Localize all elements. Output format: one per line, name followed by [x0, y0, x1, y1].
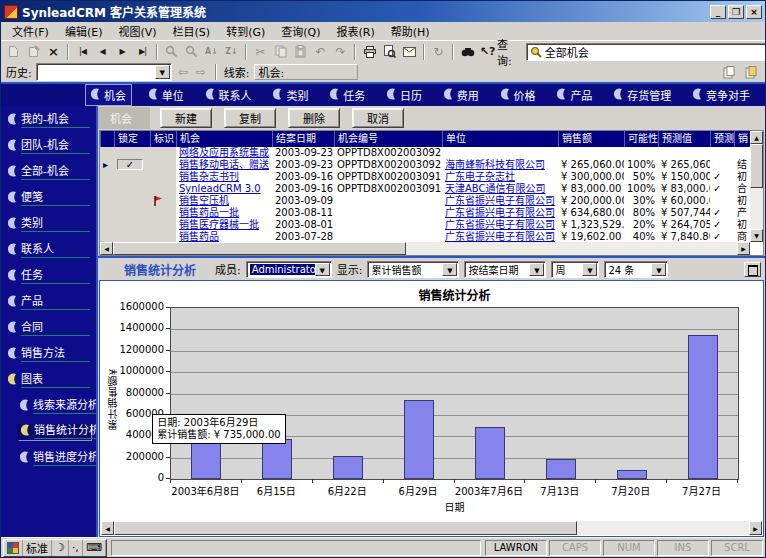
grid-link[interactable]: SynleadCRM 3.0: [179, 183, 261, 194]
grid-link[interactable]: 广东电子杂志社: [445, 171, 515, 182]
print-preview-icon[interactable]: [380, 43, 399, 61]
scroll-down-icon[interactable]: ▼: [750, 229, 763, 242]
grid-link[interactable]: 海南蜂新科技有限公司: [445, 159, 545, 170]
table-row[interactable]: 销售药品一批2003-08-11广东省振兴电子有限公司¥ 634,680.008…: [100, 207, 750, 219]
scroll-right-icon[interactable]: ▶: [737, 242, 750, 255]
prev-record-icon[interactable]: ◀: [93, 43, 112, 61]
grid-link[interactable]: 天津ABC通信有限公司: [445, 183, 546, 194]
grid-cell-opportunity[interactable]: SynleadCRM 3.0: [176, 183, 272, 195]
sidebar-item[interactable]: 销售统计分析: [18, 424, 92, 441]
menu-item[interactable]: 文件(F): [5, 22, 56, 40]
ime-keyboard-icon[interactable]: ⌨: [83, 540, 106, 556]
grid-link[interactable]: 销售药品一批: [179, 207, 239, 218]
minimize-button[interactable]: _: [710, 5, 726, 19]
grid-cell-unit[interactable]: 天津ABC通信有限公司: [442, 183, 558, 195]
tab-item[interactable]: 竞争对手: [688, 85, 755, 105]
table-row[interactable]: 销售空压机2003-09-09广东省振兴电子有限公司¥ 200,000.0030…: [100, 195, 750, 207]
chart-bar[interactable]: [333, 456, 363, 480]
tab-item[interactable]: 存货管理: [609, 85, 676, 105]
sidebar-item[interactable]: 联系人: [6, 242, 92, 259]
tab-item[interactable]: 单位: [144, 85, 189, 105]
ime-mode-label[interactable]: 标准: [23, 540, 52, 556]
grid-cell-unit[interactable]: 广东省振兴电子有限公司: [442, 231, 558, 242]
tab-item[interactable]: 日历: [382, 85, 427, 105]
chart-bar[interactable]: [617, 470, 647, 479]
grid-header-cell[interactable]: 机会: [176, 131, 272, 147]
grid-header-cell[interactable]: 结案日期: [272, 131, 334, 147]
grid-cell-unit[interactable]: [442, 147, 558, 159]
grid-link[interactable]: 广东省振兴电子有限公司: [445, 219, 555, 230]
menu-item[interactable]: 编辑(E): [58, 22, 110, 40]
grid-hscroll-thumb[interactable]: [113, 242, 406, 255]
grid-cell-unit[interactable]: 广东省振兴电子有限公司: [442, 207, 558, 219]
grid-header-cell[interactable]: 可能性: [624, 131, 658, 147]
grid-cell-opportunity[interactable]: 销售药品一批: [176, 207, 272, 219]
print-icon[interactable]: [360, 43, 379, 61]
history-combobox[interactable]: ▼: [36, 63, 172, 81]
sidebar-item[interactable]: 销售方法: [6, 346, 92, 363]
count-dropdown-arrow[interactable]: ▼: [651, 263, 666, 276]
menu-item[interactable]: 转到(G): [219, 22, 272, 40]
menu-item[interactable]: 报表(R): [330, 22, 382, 40]
member-combobox[interactable]: Administrator ▼: [246, 261, 332, 278]
history-dropdown-arrow[interactable]: ▼: [155, 65, 170, 79]
chart-scroll-right-icon[interactable]: ▶: [749, 521, 762, 535]
panel-maximize-button[interactable]: [744, 262, 761, 277]
query-combobox[interactable]: 全部机会 ▼: [526, 43, 766, 61]
grid-cell-unit[interactable]: 海南蜂新科技有限公司: [442, 159, 558, 171]
send-icon[interactable]: [400, 43, 419, 61]
sidebar-item[interactable]: 线索来源分析: [18, 398, 92, 415]
grid-cell-unit[interactable]: 广东电子杂志社: [442, 171, 558, 183]
grid-header-cell[interactable]: 单位: [442, 131, 558, 147]
tab-item[interactable]: 任务: [325, 85, 370, 105]
next-record-icon[interactable]: ▶: [113, 43, 132, 61]
count-combobox[interactable]: 24 条 ▼: [604, 261, 668, 278]
attach-doc-icon[interactable]: [741, 63, 760, 81]
sidebar-item[interactable]: 团队-机会: [6, 138, 92, 155]
ime-logo-icon[interactable]: [4, 540, 23, 556]
grid-header-cell[interactable]: 标识: [150, 131, 176, 147]
grid-cell-opportunity[interactable]: 销售移动电话、赠送: [176, 159, 272, 171]
grid-header-cell[interactable]: 销: [734, 131, 750, 147]
chart-scroll-left-icon[interactable]: ◀: [101, 521, 114, 535]
period-dropdown-arrow[interactable]: ▼: [582, 263, 597, 276]
grid-link[interactable]: 广东省振兴电子有限公司: [445, 207, 555, 218]
table-row[interactable]: SynleadCRM 3.02003-09-16OPPTD8X002003091…: [100, 183, 750, 195]
table-row[interactable]: 销售药品2003-07-28广东省振兴电子有限公司¥ 19,602.0040%¥…: [100, 231, 750, 242]
link-doc-icon[interactable]: [719, 63, 738, 81]
find-icon[interactable]: [458, 43, 477, 61]
group-by-combobox[interactable]: 按结案日期 ▼: [464, 261, 546, 278]
scroll-left-icon[interactable]: ◀: [100, 242, 113, 255]
grid-cell-opportunity[interactable]: 销售医疗器械一批: [176, 219, 272, 231]
grid-link[interactable]: 销售空压机: [179, 195, 229, 206]
chart-bar[interactable]: [546, 459, 576, 479]
grid-header-cell[interactable]: 预测: [710, 131, 734, 147]
period-combobox[interactable]: 周 ▼: [551, 261, 599, 278]
grid-cell-opportunity[interactable]: 销售空压机: [176, 195, 272, 207]
grid-vscroll-thumb[interactable]: [750, 144, 763, 188]
group-by-dropdown-arrow[interactable]: ▼: [529, 263, 544, 276]
tab-item[interactable]: 联系人: [201, 85, 257, 105]
display-combobox[interactable]: 累计销售额 ▼: [367, 261, 459, 278]
chart-hscroll-thumb[interactable]: [114, 521, 577, 535]
chart-bar[interactable]: [404, 400, 434, 479]
grid-header-cell[interactable]: 销售额: [558, 131, 624, 147]
grid-link[interactable]: 广东省振兴电子有限公司: [445, 195, 555, 206]
close-button[interactable]: ×: [746, 5, 762, 19]
delete-icon[interactable]: ×: [44, 43, 63, 61]
tab-item[interactable]: 价格: [496, 85, 541, 105]
grid-link[interactable]: 网络及应用系统集成: [179, 147, 269, 158]
sidebar-item[interactable]: 类别: [6, 216, 92, 233]
sidebar-item[interactable]: 合同: [6, 320, 92, 337]
back-icon[interactable]: ⇦: [176, 65, 190, 79]
chart-horizontal-scrollbar[interactable]: ◀ ▶: [101, 521, 762, 535]
grid-cell-unit[interactable]: 广东省振兴电子有限公司: [442, 195, 558, 207]
grid-action-button[interactable]: 复制: [224, 108, 276, 128]
grid-link[interactable]: 销售医疗器械一批: [179, 219, 259, 230]
grid-header-cell[interactable]: 锁定: [114, 131, 150, 147]
grid-cell-opportunity[interactable]: 销售杂志书刊: [176, 171, 272, 183]
menu-item[interactable]: 查询(Q): [274, 22, 327, 40]
tab-item[interactable]: 产品: [552, 85, 597, 105]
menu-item[interactable]: 栏目(S): [166, 22, 218, 40]
sidebar-item[interactable]: 图表: [6, 372, 92, 389]
